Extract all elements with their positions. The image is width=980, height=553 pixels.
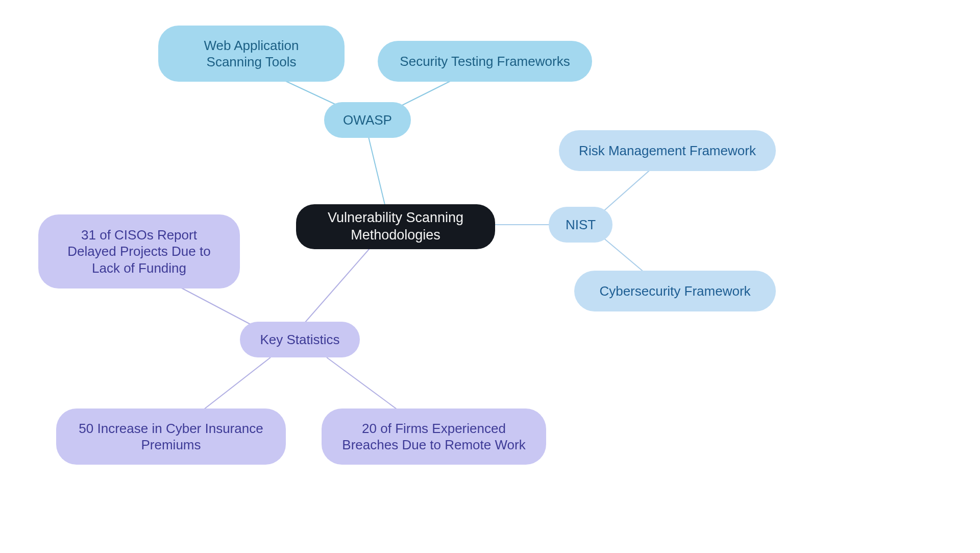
leaf-owasp-frameworks[interactable]: Security Testing Frameworks <box>378 41 592 82</box>
leaf-label: Security Testing Frameworks <box>400 53 570 70</box>
branch-stats[interactable]: Key Statistics <box>240 322 360 357</box>
leaf-label: Risk Management Framework <box>579 142 756 159</box>
leaf-label: 50 Increase in Cyber Insurance Premiums <box>74 420 268 453</box>
leaf-stats-cisos[interactable]: 31 of CISOs Report Delayed Projects Due … <box>38 214 240 288</box>
leaf-label: Cybersecurity Framework <box>599 283 750 300</box>
branch-nist[interactable]: NIST <box>549 207 612 243</box>
branch-owasp[interactable]: OWASP <box>324 102 411 138</box>
leaf-owasp-web-tools[interactable]: Web Application Scanning Tools <box>158 26 345 82</box>
leaf-nist-csf[interactable]: Cybersecurity Framework <box>574 271 776 311</box>
branch-owasp-label: OWASP <box>343 112 392 129</box>
branch-nist-label: NIST <box>566 217 596 233</box>
leaf-stats-premiums[interactable]: 50 Increase in Cyber Insurance Premiums <box>56 408 286 465</box>
root-node[interactable]: Vulnerability Scanning Methodologies <box>296 204 495 249</box>
leaf-label: 31 of CISOs Report Delayed Projects Due … <box>56 227 223 277</box>
leaf-stats-breaches[interactable]: 20 of Firms Experienced Breaches Due to … <box>322 408 546 465</box>
svg-line-6 <box>301 245 373 327</box>
root-label: Vulnerability Scanning Methodologies <box>313 209 478 244</box>
branch-stats-label: Key Statistics <box>260 331 339 348</box>
svg-line-0 <box>368 133 385 207</box>
leaf-label: 20 of Firms Experienced Breaches Due to … <box>339 420 529 453</box>
leaf-nist-rmf[interactable]: Risk Management Framework <box>559 130 776 171</box>
leaf-label: Web Application Scanning Tools <box>176 37 327 70</box>
